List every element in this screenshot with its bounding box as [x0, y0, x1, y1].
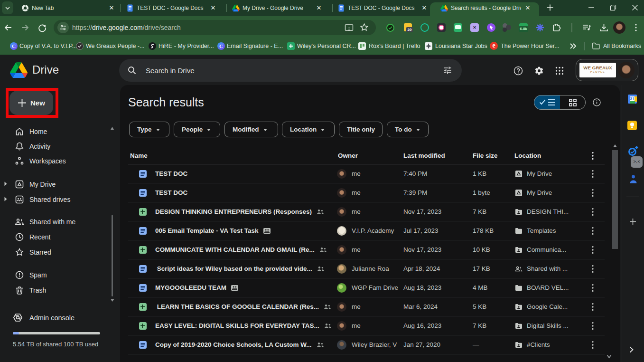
svg-text:31: 31 [630, 96, 635, 101]
